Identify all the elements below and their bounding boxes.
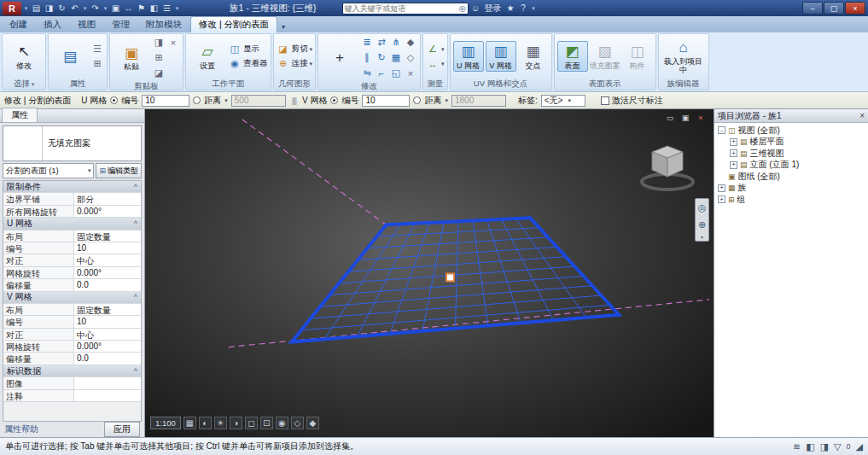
reference-line[interactable] bbox=[242, 120, 387, 225]
tag-select[interactable]: <无> ▾ bbox=[541, 95, 585, 107]
property-value[interactable]: 固定数量 bbox=[73, 230, 141, 242]
property-value[interactable] bbox=[73, 390, 141, 401]
property-value[interactable]: 部分 bbox=[73, 193, 141, 204]
property-section-header[interactable]: V 网格^ bbox=[3, 292, 141, 304]
scale-button[interactable]: 1:100 bbox=[150, 417, 181, 429]
thin-lines-icon[interactable]: ☰ bbox=[161, 2, 172, 15]
property-value[interactable]: 0.000° bbox=[73, 341, 141, 352]
property-value[interactable]: 0.000° bbox=[73, 267, 141, 278]
collapse-icon[interactable]: ^ bbox=[134, 293, 137, 301]
favorites-icon[interactable]: ★ bbox=[505, 2, 516, 15]
tree-item[interactable]: +⊞组 bbox=[714, 194, 868, 206]
property-value[interactable]: 中心 bbox=[73, 329, 141, 340]
tab-view[interactable]: 视图 bbox=[70, 17, 103, 32]
tree-item[interactable]: +▤立面 (立面 1) bbox=[714, 160, 868, 172]
project-browser-close-icon[interactable]: × bbox=[859, 111, 865, 120]
detail-level-icon[interactable]: ▦ bbox=[184, 417, 196, 429]
crop-view-icon[interactable]: ◻ bbox=[245, 417, 258, 429]
join-geometry-button[interactable]: ⊕ 连接 ▾ bbox=[277, 57, 313, 71]
nav-dropdown-icon[interactable]: ▾ bbox=[696, 233, 708, 241]
element-filter-dropdown[interactable]: 分割的表面 (1) ▾ bbox=[3, 163, 94, 178]
family-category-icon[interactable]: ⊞ bbox=[90, 57, 104, 71]
collapse-icon[interactable]: ^ bbox=[134, 183, 137, 191]
match-type-icon[interactable]: ◪ bbox=[152, 67, 166, 80]
v-distance-dropdown-icon[interactable]: ▾ bbox=[445, 97, 448, 104]
properties-help-link[interactable]: 属性帮助 bbox=[4, 423, 38, 435]
delete-icon[interactable]: × bbox=[166, 36, 180, 50]
undo-icon[interactable]: ↶ bbox=[69, 2, 80, 15]
tree-item[interactable]: +▤楼层平面 bbox=[714, 137, 868, 149]
show-workplane-button[interactable]: ◫ 显示 bbox=[228, 43, 268, 56]
array-icon[interactable]: ▦ bbox=[389, 51, 403, 65]
property-section-header[interactable]: 标识数据^ bbox=[3, 365, 141, 377]
view-minimize-icon[interactable]: ▭ bbox=[664, 113, 676, 123]
save-icon[interactable]: ◨ bbox=[44, 2, 55, 15]
user-icon[interactable]: ☺ bbox=[470, 2, 481, 15]
family-types-icon[interactable]: ☰ bbox=[90, 43, 104, 56]
rotate-icon[interactable]: ↻ bbox=[375, 51, 388, 65]
collapse-icon[interactable]: ^ bbox=[134, 367, 137, 376]
tab-create[interactable]: 创建 bbox=[2, 17, 35, 32]
property-row[interactable]: 偏移量0.0 bbox=[3, 279, 141, 291]
u-distance-radio[interactable] bbox=[193, 96, 201, 104]
set-workplane-button[interactable]: ▱ 设置 bbox=[189, 42, 226, 71]
ribbon-state-dropdown-icon[interactable]: ▾ bbox=[278, 21, 288, 32]
tab-addins[interactable]: 附加模块 bbox=[138, 17, 189, 32]
property-row[interactable]: 注释 bbox=[3, 390, 141, 402]
shadows-icon[interactable]: ◑ bbox=[230, 417, 242, 429]
property-row[interactable]: 网格旋转0.000° bbox=[3, 341, 141, 353]
trim-icon[interactable]: ⌐ bbox=[375, 67, 388, 80]
redo-icon[interactable]: ↷ bbox=[90, 2, 101, 15]
property-row[interactable]: 网格旋转0.000° bbox=[3, 267, 141, 279]
property-row[interactable]: 布局固定数量 bbox=[3, 230, 141, 242]
property-value[interactable]: 固定数量 bbox=[73, 304, 141, 315]
property-value[interactable]: 0.000° bbox=[73, 206, 141, 217]
tree-expander-icon[interactable]: + bbox=[730, 161, 737, 169]
property-row[interactable]: 布局固定数量 bbox=[3, 304, 141, 316]
properties-tab[interactable]: 属性 bbox=[2, 108, 38, 122]
property-row[interactable]: 对正中心 bbox=[3, 329, 141, 341]
aligned-dimension-button[interactable]: ↔ ▾ bbox=[426, 57, 445, 71]
help-icon[interactable]: ? bbox=[518, 2, 529, 15]
pin-icon[interactable]: ◆ bbox=[404, 36, 417, 50]
offset-icon[interactable]: ∥ bbox=[360, 51, 374, 65]
property-row[interactable]: 边界平铺部分 bbox=[3, 193, 141, 205]
unpin-icon[interactable]: ◇ bbox=[404, 51, 417, 65]
search-input[interactable] bbox=[345, 4, 459, 13]
search-icon[interactable]: ◎ bbox=[459, 4, 466, 13]
type-selector[interactable]: 无填充图案 bbox=[3, 125, 142, 161]
load-into-project-button[interactable]: ⌂ 载入到项目中 bbox=[661, 38, 706, 76]
tab-modify-divided-surface[interactable]: 修改 | 分割的表面 bbox=[190, 16, 277, 32]
cut-geometry-button[interactable]: ◪ 剪切 ▾ bbox=[277, 43, 313, 56]
close-button[interactable]: × bbox=[845, 2, 865, 15]
modify-button[interactable]: ↖ 修改 bbox=[5, 42, 43, 71]
u-number-radio[interactable] bbox=[110, 96, 118, 104]
qat-customize-icon[interactable]: ▾ bbox=[174, 2, 180, 15]
show-crop-icon[interactable]: ⊡ bbox=[260, 417, 273, 429]
move-small-icon[interactable]: ⇄ bbox=[375, 36, 388, 50]
mirror-icon[interactable]: ⇋ bbox=[360, 67, 374, 80]
delete-element-icon[interactable]: × bbox=[404, 67, 417, 80]
visual-style-icon[interactable]: ◐ bbox=[199, 417, 212, 429]
tree-item[interactable]: +▤三维视图 bbox=[714, 148, 868, 160]
property-value[interactable]: 10 bbox=[73, 316, 141, 327]
view-restore-icon[interactable]: ▣ bbox=[679, 113, 691, 123]
v-number-input[interactable] bbox=[362, 95, 410, 107]
activate-dimensions-checkbox[interactable]: 激活尺寸标注 bbox=[601, 95, 663, 107]
tree-expander-icon[interactable]: + bbox=[718, 184, 725, 192]
temporary-hide-icon[interactable]: ◉ bbox=[276, 417, 288, 429]
v-number-radio[interactable] bbox=[330, 96, 338, 104]
copy-icon[interactable]: ⊞ bbox=[152, 51, 166, 65]
edit-type-button[interactable]: ⊞ 编辑类型 bbox=[96, 163, 142, 178]
tree-expander-icon[interactable]: + bbox=[730, 138, 737, 146]
move-button[interactable]: + bbox=[321, 48, 358, 68]
dimension-icon[interactable]: ↔ bbox=[123, 2, 134, 15]
app-menu-arrow-icon[interactable]: ▾ bbox=[23, 2, 29, 15]
revit-logo[interactable]: R bbox=[3, 2, 21, 15]
lock-view-icon[interactable]: ◆ bbox=[306, 417, 319, 429]
maximize-button[interactable]: ▢ bbox=[824, 2, 844, 15]
tree-item[interactable]: -◫视图 (全部) bbox=[714, 125, 868, 137]
align-icon[interactable]: ≣ bbox=[360, 36, 374, 50]
property-value[interactable]: 0.0 bbox=[73, 279, 141, 290]
minimize-button[interactable]: – bbox=[802, 2, 823, 15]
